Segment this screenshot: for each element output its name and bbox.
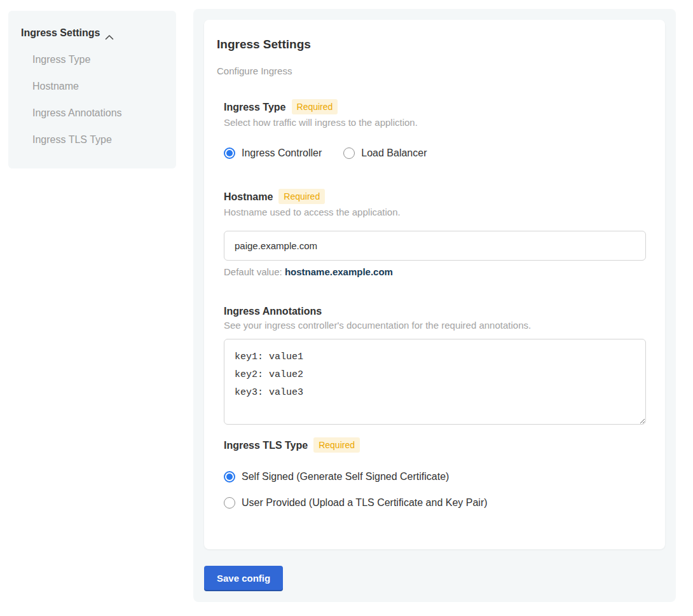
radio-label: User Provided (Upload a TLS Certificate … [242, 497, 488, 509]
config-group-card: Ingress Settings Configure Ingress Ingre… [204, 20, 665, 549]
page-subtitle: Configure Ingress [217, 66, 652, 76]
tls-radio-group: Self Signed (Generate Self Signed Certif… [224, 471, 652, 509]
section-ingress-tls-type: Ingress TLS Type Required Self Signed (G… [224, 437, 652, 509]
radio-label: Load Balancer [361, 147, 427, 159]
required-badge: Required [313, 437, 360, 453]
radio-option-self-signed[interactable]: Self Signed (Generate Self Signed Certif… [224, 471, 652, 483]
section-ingress-annotations: Ingress Annotations See your ingress con… [224, 305, 652, 425]
radio-label: Ingress Controller [242, 147, 322, 159]
radio-option-ingress-controller[interactable]: Ingress Controller [224, 147, 322, 159]
ingress-type-help: Select how traffic will ingress to the a… [224, 117, 652, 128]
radio-icon[interactable] [343, 147, 355, 159]
default-value-text: hostname.example.com [285, 266, 393, 277]
annotations-textarea[interactable]: key1: value1 key2: value2 key3: value3 [224, 339, 646, 425]
radio-option-load-balancer[interactable]: Load Balancer [343, 147, 427, 159]
ingress-type-label: Ingress Type [224, 101, 286, 113]
annotations-heading-row: Ingress Annotations [224, 305, 652, 317]
radio-option-user-provided[interactable]: User Provided (Upload a TLS Certificate … [224, 497, 652, 509]
hostname-input[interactable] [224, 231, 646, 261]
section-ingress-type: Ingress Type Required Select how traffic… [224, 99, 652, 159]
ingress-type-radio-group: Ingress Controller Load Balancer [224, 147, 652, 159]
sidebar-item-ingress-tls-type[interactable]: Ingress TLS Type [8, 133, 176, 146]
required-badge: Required [278, 189, 325, 204]
annotations-label: Ingress Annotations [224, 305, 322, 317]
sidebar-item-list: Ingress Type Hostname Ingress Annotation… [8, 53, 176, 146]
radio-icon[interactable] [224, 147, 235, 159]
tls-label: Ingress TLS Type [224, 439, 308, 451]
hostname-default-line: Default value: hostname.example.com [224, 266, 652, 278]
hostname-heading-row: Hostname Required [224, 189, 652, 204]
default-value-prefix: Default value: [224, 266, 285, 277]
tls-heading-row: Ingress TLS Type Required [224, 437, 652, 453]
page-title: Ingress Settings [217, 38, 652, 51]
sidebar-group-label: Ingress Settings [21, 27, 100, 39]
sidebar-item-hostname[interactable]: Hostname [8, 80, 176, 93]
config-main-panel: Ingress Settings Configure Ingress Ingre… [193, 9, 676, 602]
radio-icon[interactable] [224, 497, 235, 509]
radio-label: Self Signed (Generate Self Signed Certif… [242, 471, 449, 483]
section-hostname: Hostname Required Hostname used to acces… [224, 189, 652, 278]
annotations-help: See your ingress controller's documentat… [224, 320, 652, 331]
sidebar-item-ingress-annotations[interactable]: Ingress Annotations [8, 107, 176, 120]
config-items: Ingress Type Required Select how traffic… [224, 99, 652, 509]
hostname-help: Hostname used to access the application. [224, 207, 652, 218]
sidebar-group-ingress-settings[interactable]: Ingress Settings [8, 27, 176, 39]
chevron-up-icon [105, 31, 114, 36]
sidebar-item-ingress-type[interactable]: Ingress Type [8, 53, 176, 66]
ingress-type-heading-row: Ingress Type Required [224, 99, 652, 114]
config-nav-sidebar: Ingress Settings Ingress Type Hostname I… [8, 11, 176, 168]
required-badge: Required [292, 99, 338, 114]
hostname-label: Hostname [224, 191, 273, 203]
radio-icon[interactable] [224, 471, 235, 483]
save-config-button[interactable]: Save config [204, 566, 283, 590]
